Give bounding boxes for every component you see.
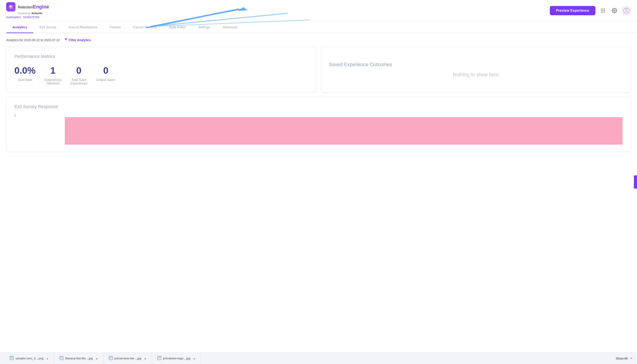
logo-row: RetentionEngine	[6, 2, 49, 12]
svg-point-12	[602, 12, 604, 12]
metric-total-save: 0 Total SaveExperiences	[70, 65, 87, 85]
tab-exit-survey[interactable]: Exit Survey	[34, 21, 62, 33]
chart-bar	[65, 117, 622, 145]
save-rate-label: Save Rate	[18, 78, 32, 82]
svg-point-8	[601, 10, 602, 11]
logo-area: RetentionEngine Powered by Bellwethr Aut…	[6, 2, 49, 19]
chart-bar-container	[20, 117, 622, 145]
experiences-delivered-label: ExperiencesDelivered	[44, 78, 62, 85]
header: RetentionEngine Powered by Bellwethr Aut…	[0, 0, 637, 21]
svg-point-6	[602, 8, 604, 10]
unique-saves-value: 0	[103, 65, 108, 76]
powered-by: Powered by Bellwethr	[6, 12, 49, 14]
filter-analytics-button[interactable]: Filter Analytics	[64, 38, 91, 42]
svg-point-11	[601, 12, 602, 12]
exit-survey-card: Exit Survey Response 1	[6, 97, 631, 152]
tab-advanced[interactable]: Advanced	[216, 21, 244, 33]
grid-icon[interactable]	[599, 7, 607, 14]
performance-metrics-title: Performance Metrics	[14, 54, 308, 59]
svg-point-9	[602, 10, 604, 11]
user-avatar[interactable]	[622, 6, 631, 15]
nav-tabs: Analytics Exit Survey Cancel Resolutions…	[0, 21, 637, 33]
main-content: Analytics for 2020-06-22 to 2020-07-22 F…	[0, 33, 637, 157]
cards-row: Performance Metrics 0.0% Save Rate 1 Exp…	[6, 47, 631, 92]
tab-cancel-screens[interactable]: Cancel Screens	[127, 21, 163, 33]
metrics-grid: 0.0% Save Rate 1 ExperiencesDelivered 0 …	[14, 65, 308, 85]
header-right: Preview Experience	[550, 6, 631, 15]
tab-pauses[interactable]: Pauses	[104, 21, 127, 33]
svg-point-16	[626, 9, 627, 10]
total-save-value: 0	[76, 65, 82, 76]
chart-y-axis-label: 1	[14, 114, 16, 117]
app-logo-icon	[6, 2, 16, 12]
save-rate-value: 0.0%	[14, 65, 36, 76]
exit-survey-title: Exit Survey Response	[14, 104, 622, 109]
outcomes-empty-message: Nothing to show here	[453, 72, 499, 78]
logo-retention: Retention	[18, 5, 33, 9]
metric-save-rate: 0.0% Save Rate	[14, 65, 36, 82]
svg-point-0	[10, 6, 12, 8]
tab-settings[interactable]: Settings	[192, 21, 216, 33]
settings-gear-icon[interactable]	[610, 7, 618, 14]
automation-id: Automation: 5426373769	[6, 14, 49, 19]
metric-experiences-delivered: 1 ExperiencesDelivered	[44, 65, 62, 85]
chart-spacer	[20, 117, 65, 145]
filter-icon	[64, 38, 68, 42]
exit-survey-chart: 1	[14, 114, 622, 145]
tab-analytics[interactable]: Analytics	[6, 21, 34, 33]
date-range-label: Analytics for 2020-06-22 to 2020-07-22	[6, 38, 60, 42]
preview-experience-button[interactable]: Preview Experience	[550, 6, 596, 15]
total-save-label: Total SaveExperiences	[70, 78, 87, 85]
metric-unique-saves: 0 Unique Saves	[96, 65, 116, 82]
svg-point-10	[604, 10, 605, 11]
svg-point-13	[604, 12, 605, 12]
svg-point-14	[614, 10, 615, 11]
svg-point-7	[604, 8, 605, 10]
svg-point-5	[601, 8, 602, 10]
logo-engine: Engine	[33, 4, 49, 10]
performance-metrics-card: Performance Metrics 0.0% Save Rate 1 Exp…	[6, 47, 316, 92]
svg-marker-4	[238, 7, 248, 11]
experiences-delivered-value: 1	[50, 65, 56, 76]
outcomes-title: Saved Experience Outcomes	[329, 62, 392, 68]
analytics-header: Analytics for 2020-06-22 to 2020-07-22 F…	[6, 38, 631, 42]
tab-cancel-resolutions[interactable]: Cancel Resolutions	[62, 21, 104, 33]
logo-text: RetentionEngine	[18, 4, 49, 10]
unique-saves-label: Unique Saves	[96, 78, 116, 82]
outcomes-card: Saved Experience Outcomes Nothing to sho…	[321, 47, 631, 92]
tab-style-editor[interactable]: Style Editor	[163, 21, 192, 33]
